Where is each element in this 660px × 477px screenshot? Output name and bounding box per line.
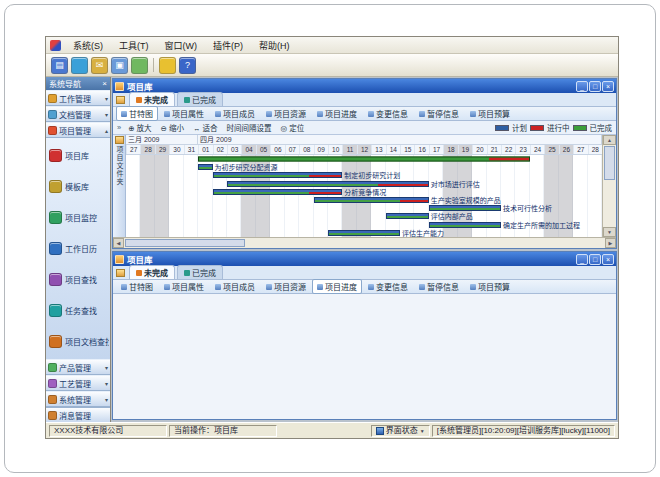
tab-icon: [317, 111, 323, 117]
day-label: 18: [443, 145, 457, 154]
scrollbar-thumb[interactable]: [125, 239, 245, 247]
sidebar-group[interactable]: 系统管理▾: [46, 391, 110, 407]
filter-tab[interactable]: 未完成: [129, 265, 175, 279]
close-icon[interactable]: ×: [102, 79, 107, 88]
menu-item[interactable]: 插件(P): [206, 38, 250, 53]
scrollbar-track[interactable]: [124, 238, 605, 248]
scrollbar-track[interactable]: [603, 145, 616, 227]
sidebar-group[interactable]: 工作管理▾: [46, 90, 110, 106]
tab-label: 甘特图: [129, 108, 153, 119]
globe-icon[interactable]: [71, 57, 88, 74]
filter-tab[interactable]: 已完成: [177, 265, 223, 279]
save-icon[interactable]: ▤: [51, 57, 68, 74]
help-icon[interactable]: ?: [179, 57, 196, 74]
day-label: 31: [184, 145, 198, 154]
tab[interactable]: 项目属性: [159, 106, 209, 121]
gantt-bar-label: 生产实验室规模的产品: [431, 197, 501, 204]
tab[interactable]: 项目资源: [261, 279, 311, 294]
gantt-bar[interactable]: [314, 197, 429, 203]
gantt-row: 评估内部产品: [126, 212, 602, 220]
sidebar-group[interactable]: 产品管理▾: [46, 359, 110, 375]
tab[interactable]: 变更信息: [363, 279, 413, 294]
time-interval-button[interactable]: 时间间隔设置: [225, 122, 274, 133]
summary-overtime: [489, 158, 529, 161]
collapsed-panel-tab[interactable]: 项目文件夹: [113, 135, 126, 237]
gantt-bar[interactable]: [198, 164, 212, 170]
tab[interactable]: 项目进度: [312, 106, 362, 121]
menu-item[interactable]: 窗口(W): [158, 38, 205, 53]
maximize-button[interactable]: □: [589, 254, 601, 265]
sidebar-item[interactable]: 项目监控: [47, 202, 109, 233]
gantt-bar[interactable]: [429, 222, 501, 228]
gantt-window: 项目库_□×未完成已完成甘特图项目属性项目成员项目资源项目进度变更信息暂停信息项…: [112, 78, 617, 249]
gantt-bar[interactable]: [213, 189, 343, 195]
tab[interactable]: 甘特图: [116, 279, 158, 294]
minimize-button[interactable]: _: [576, 254, 588, 265]
scrollbar-thumb[interactable]: [604, 146, 615, 180]
gantt-bar[interactable]: [213, 172, 343, 178]
lock-icon[interactable]: [159, 57, 176, 74]
locate-button[interactable]: ◎ 定位: [279, 122, 307, 133]
sidebar-item[interactable]: 项目文档查找: [47, 326, 109, 357]
gantt-bar[interactable]: [227, 181, 429, 187]
gantt-bar[interactable]: [198, 157, 530, 162]
close-button[interactable]: ×: [602, 81, 614, 92]
sidebar-item[interactable]: 项目查找: [47, 264, 109, 295]
sidebar-group[interactable]: 文档管理▾: [46, 106, 110, 122]
sidebar-group[interactable]: 工艺管理▾: [46, 375, 110, 391]
plane-icon[interactable]: [131, 57, 148, 74]
tab-label: 项目预算: [478, 281, 510, 292]
scroll-left-button[interactable]: ◀: [113, 238, 124, 248]
tab[interactable]: 暂停信息: [414, 279, 464, 294]
menu-item[interactable]: 系统(S): [66, 38, 110, 53]
window-controls: _□×: [576, 254, 614, 265]
zoom-in-button[interactable]: ⊕ 放大: [126, 122, 153, 133]
scroll-down-button[interactable]: ▼: [603, 227, 616, 237]
folder-icon: [48, 363, 57, 372]
sidebar-bottom-label: 消息管理: [59, 410, 91, 421]
overflow-chevron-icon[interactable]: »: [117, 123, 121, 132]
sidebar-item[interactable]: 工作日历: [47, 233, 109, 264]
scroll-up-button[interactable]: ▲: [603, 135, 616, 145]
tab[interactable]: 项目成员: [210, 279, 260, 294]
tab[interactable]: 项目成员: [210, 106, 260, 121]
tab[interactable]: 暂停信息: [414, 106, 464, 121]
gantt-bar[interactable]: [328, 230, 400, 236]
tab[interactable]: 甘特图: [116, 106, 158, 121]
sidebar-item[interactable]: 任务查找: [47, 295, 109, 326]
tab[interactable]: 项目预算: [465, 279, 515, 294]
monitor-icon[interactable]: ▣: [111, 57, 128, 74]
close-button[interactable]: ×: [602, 254, 614, 265]
ui-state-dropdown[interactable]: 界面状态 ▼: [371, 425, 430, 437]
mail-icon[interactable]: ✉: [91, 57, 108, 74]
zoom-out-button[interactable]: ⊖ 缩小: [159, 122, 186, 133]
window-titlebar[interactable]: 项目库_□×: [113, 79, 616, 93]
sidebar-item-message-management[interactable]: 消息管理: [46, 407, 110, 422]
day-label: 23: [515, 145, 529, 154]
tab[interactable]: 变更信息: [363, 106, 413, 121]
tab[interactable]: 项目属性: [159, 279, 209, 294]
toolbar-separator: [153, 58, 154, 72]
tab-label: 变更信息: [376, 281, 408, 292]
gantt-bar[interactable]: [386, 213, 429, 219]
maximize-button[interactable]: □: [589, 81, 601, 92]
filter-tab[interactable]: 已完成: [177, 92, 223, 106]
tab[interactable]: 项目资源: [261, 106, 311, 121]
window-titlebar[interactable]: 项目库_□×: [113, 252, 616, 266]
fit-button[interactable]: ↔ 适合: [191, 122, 220, 133]
gantt-bar[interactable]: [429, 205, 501, 211]
vertical-scrollbar[interactable]: ▲▼: [602, 135, 616, 237]
filter-tab[interactable]: 未完成: [129, 92, 175, 106]
sidebar-item[interactable]: 模板库: [47, 171, 109, 202]
sidebar-group[interactable]: 项目管理▴: [46, 122, 110, 138]
scroll-right-button[interactable]: ▶: [605, 238, 616, 248]
horizontal-scrollbar[interactable]: ◀▶: [113, 237, 616, 248]
menu-item[interactable]: 帮助(H): [252, 38, 297, 53]
tab[interactable]: 项目进度: [312, 279, 362, 294]
minimize-button[interactable]: _: [576, 81, 588, 92]
tab[interactable]: 项目预算: [465, 106, 515, 121]
sidebar-item[interactable]: 项目库: [47, 140, 109, 171]
day-label: 26: [559, 145, 573, 154]
gantt-row: 技术可行性分析: [126, 204, 602, 212]
menu-item[interactable]: 工具(T): [112, 38, 156, 53]
